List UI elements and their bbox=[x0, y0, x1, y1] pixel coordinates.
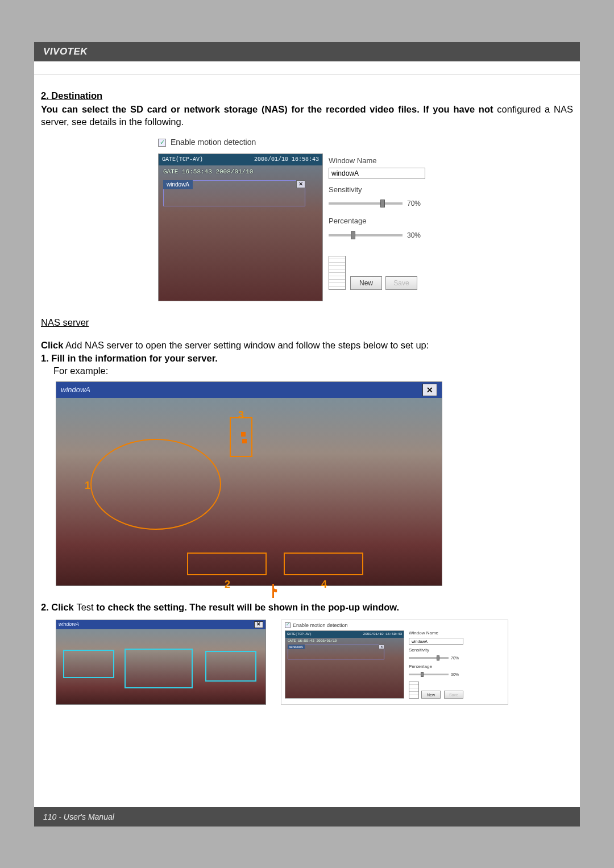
figure-motion-ui-small: ✓ Enable motion detection GATE(TCP-AV) 2… bbox=[281, 620, 508, 705]
annotation-number-1: 1 bbox=[85, 479, 90, 492]
new-button[interactable]: New bbox=[350, 276, 382, 290]
figure-annotated-preview: windowA ✕ 1 2 3 4 ⚑ bbox=[56, 381, 442, 586]
window-name-label: Window Name bbox=[329, 156, 456, 166]
flag-icon: ⚑ bbox=[271, 586, 279, 597]
histogram-button-row: New Save bbox=[409, 682, 504, 699]
page-content: 2. Destination You can select the SD car… bbox=[34, 74, 580, 712]
enable-motion-checkbox[interactable]: ✓ bbox=[158, 139, 166, 147]
percentage-slider-row: 30% bbox=[329, 231, 456, 240]
motion-window-label: windowA bbox=[163, 180, 193, 189]
annotation-number-4: 4 bbox=[321, 578, 327, 591]
footer-text: 110 - User's Manual bbox=[43, 812, 114, 821]
annotation-box-3 bbox=[230, 417, 252, 457]
annotation-number-3: 3 bbox=[238, 408, 244, 422]
fig3a-titlebar: windowA ✕ bbox=[56, 620, 265, 629]
window-name-input[interactable] bbox=[409, 638, 463, 645]
section-paragraph: You can select the SD card or network st… bbox=[41, 103, 573, 128]
nas-line1-tail: Add NAS server to open the server settin… bbox=[63, 340, 429, 350]
preview-title-right: 2008/01/10 16:58:43 bbox=[254, 156, 319, 164]
window-name-input[interactable] bbox=[329, 168, 425, 179]
step2-lead: 2. Click bbox=[41, 602, 76, 612]
page-header: VIVOTEK bbox=[34, 42, 580, 61]
sensitivity-slider[interactable] bbox=[409, 657, 449, 659]
enable-motion-label: Enable motion detection bbox=[293, 622, 348, 629]
enable-motion-row-small: ✓ Enable motion detection bbox=[281, 620, 508, 630]
histogram-button-row: New Save bbox=[329, 256, 456, 290]
nas-line1-lead: Click bbox=[41, 340, 63, 350]
percentage-slider[interactable] bbox=[329, 234, 403, 236]
sensitivity-label: Sensitivity bbox=[409, 647, 504, 654]
manual-page: VIVOTEK 2. Destination You can select th… bbox=[34, 42, 580, 827]
section-destination: 2. Destination You can select the SD car… bbox=[41, 89, 573, 128]
close-icon[interactable]: ✕ bbox=[296, 180, 305, 188]
nas-heading: NAS server bbox=[41, 317, 89, 327]
preview-title-left: GATE(TCP-AV) bbox=[287, 632, 312, 637]
motion-settings-panel-small: Window Name Sensitivity 70% Percentage 3… bbox=[409, 630, 504, 702]
step2-line: 2. Click Test to check the setting. The … bbox=[41, 601, 573, 613]
percentage-value: 30% bbox=[451, 672, 459, 677]
fig2-title: windowA bbox=[61, 385, 90, 395]
preview-osd-text: GATE 16:58:43 2008/01/10 bbox=[288, 639, 337, 643]
figure-preview-small: windowA ✕ bbox=[56, 620, 266, 705]
percentage-slider[interactable] bbox=[409, 674, 449, 675]
percentage-slider-row: 30% bbox=[409, 672, 504, 677]
detection-box bbox=[205, 651, 256, 682]
enable-motion-checkbox[interactable]: ✓ bbox=[285, 622, 291, 628]
para-bold: You can select the SD card or network st… bbox=[41, 104, 497, 114]
sensitivity-slider[interactable] bbox=[329, 202, 403, 205]
close-icon[interactable]: ✕ bbox=[254, 621, 263, 628]
page-footer: 110 - User's Manual bbox=[34, 807, 580, 827]
video-preview[interactable]: GATE(TCP-AV) 2008/01/10 16:58:43 GATE 16… bbox=[158, 153, 323, 301]
preview-titlebar: GATE(TCP-AV) 2008/01/10 16:58:43 bbox=[159, 154, 322, 165]
percentage-value: 30% bbox=[407, 231, 421, 240]
close-icon[interactable]: ✕ bbox=[422, 384, 437, 396]
new-button[interactable]: New bbox=[421, 691, 441, 699]
annotation-ellipse-1 bbox=[90, 439, 221, 530]
brand-text: VIVOTEK bbox=[43, 46, 88, 57]
preview-titlebar: GATE(TCP-AV) 2008/01/10 16:58:43 bbox=[285, 631, 404, 638]
detection-box bbox=[63, 650, 114, 678]
fig3b-body: GATE(TCP-AV) 2008/01/10 16:58:43 GATE 16… bbox=[281, 630, 508, 704]
preview-title-left: GATE(TCP-AV) bbox=[162, 156, 203, 164]
nas-step1-example: For example: bbox=[41, 364, 573, 377]
sensitivity-value: 70% bbox=[407, 199, 421, 208]
save-button[interactable]: Save bbox=[444, 691, 463, 699]
sensitivity-label: Sensitivity bbox=[329, 185, 456, 195]
detection-box bbox=[125, 649, 193, 688]
motion-window[interactable]: windowA ✕ bbox=[288, 645, 384, 659]
video-preview-small[interactable]: GATE(TCP-AV) 2008/01/10 16:58:43 GATE 16… bbox=[285, 630, 404, 699]
step2-tail: to check the setting. The result will be… bbox=[94, 602, 400, 612]
close-icon[interactable]: ✕ bbox=[379, 645, 384, 649]
save-button[interactable]: Save bbox=[385, 276, 417, 290]
motion-histogram bbox=[329, 256, 346, 290]
preview-title-right: 2008/01/10 16:58:43 bbox=[363, 632, 402, 637]
motion-window-label: windowA bbox=[288, 645, 305, 649]
marker-dot bbox=[241, 432, 246, 437]
motion-histogram bbox=[409, 682, 419, 699]
figure-motion-detection-ui: ✓ Enable motion detection GATE(TCP-AV) 2… bbox=[154, 134, 460, 306]
preview-osd-text: GATE 16:58:43 2008/01/10 bbox=[163, 168, 253, 176]
fig3a-title: windowA bbox=[59, 621, 79, 628]
enable-motion-row: ✓ Enable motion detection bbox=[154, 134, 460, 153]
annotation-box-2 bbox=[187, 553, 267, 575]
annotation-number-2: 2 bbox=[225, 578, 230, 591]
nas-section: NAS server Click Add NAS server to open … bbox=[41, 316, 573, 377]
sensitivity-slider-row: 70% bbox=[409, 655, 504, 661]
window-name-label: Window Name bbox=[409, 630, 504, 637]
step2-mid: Test bbox=[76, 602, 93, 612]
fig2-titlebar: windowA ✕ bbox=[56, 382, 442, 398]
annotation-box-4 bbox=[284, 553, 363, 575]
percentage-label: Percentage bbox=[329, 216, 456, 226]
motion-settings-panel: Window Name Sensitivity 70% Percentage 3… bbox=[329, 153, 456, 301]
nas-step1: 1. Fill in the information for your serv… bbox=[41, 352, 573, 364]
sensitivity-slider-row: 70% bbox=[329, 199, 456, 208]
section-title: 2. Destination bbox=[41, 90, 102, 101]
enable-motion-label: Enable motion detection bbox=[171, 137, 256, 148]
sensitivity-value: 70% bbox=[451, 655, 459, 661]
fig1-body: GATE(TCP-AV) 2008/01/10 16:58:43 GATE 16… bbox=[154, 153, 460, 306]
figure-row-3: windowA ✕ ✓ Enable motion detection GATE… bbox=[56, 620, 573, 705]
nas-line1: Click Add NAS server to open the server … bbox=[41, 339, 573, 351]
marker-dot bbox=[242, 439, 247, 443]
motion-window[interactable]: windowA ✕ bbox=[163, 180, 305, 206]
percentage-label: Percentage bbox=[409, 664, 504, 670]
